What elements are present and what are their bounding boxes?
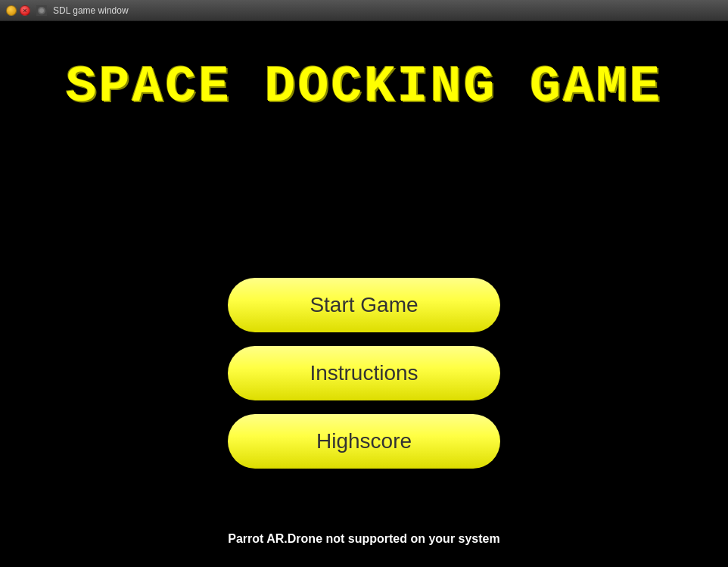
window-title: SDL game window: [53, 5, 129, 16]
status-text: Parrot AR.Drone not supported on your sy…: [0, 532, 728, 546]
game-title: SPACE DOCKING GAME: [66, 59, 663, 116]
game-title-text: SPACE DOCKING GAME: [66, 59, 663, 116]
game-window: SPACE DOCKING GAME Start Game Instructio…: [0, 21, 728, 567]
start-game-button[interactable]: Start Game: [228, 278, 500, 332]
minimize-button[interactable]: [6, 5, 17, 16]
window-controls: ×: [6, 5, 30, 16]
close-button[interactable]: ×: [20, 5, 30, 16]
buttons-container: Start Game Instructions Highscore: [0, 278, 728, 469]
app-icon: [36, 5, 47, 16]
svg-point-2: [39, 8, 44, 13]
instructions-button[interactable]: Instructions: [228, 346, 500, 400]
highscore-button[interactable]: Highscore: [228, 414, 500, 469]
title-bar: × SDL game window: [0, 0, 728, 21]
